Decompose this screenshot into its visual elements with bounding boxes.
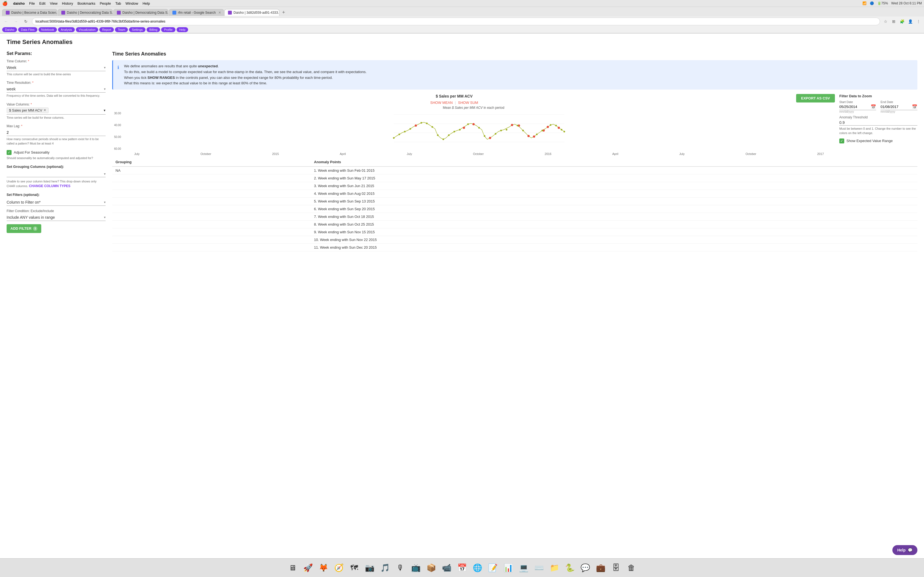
- tab-1[interactable]: Daisho | Become a Data Scien... ✕: [2, 9, 57, 16]
- table-cell-anomaly: 3. Week ending with Sun Jun 21 2015: [311, 182, 918, 190]
- time-resolution-value: week: [6, 87, 16, 91]
- extensions-icon[interactable]: 🧩: [899, 18, 905, 25]
- dock-word[interactable]: 📝: [486, 561, 499, 575]
- dock-photos[interactable]: 📷: [363, 561, 376, 575]
- dock-excel[interactable]: 📊: [502, 561, 515, 575]
- dock-appletv[interactable]: 📺: [409, 561, 422, 575]
- end-date-input[interactable]: [880, 105, 911, 109]
- svg-point-22: [437, 134, 439, 136]
- apple-menu[interactable]: 🍎: [2, 1, 8, 6]
- start-date-calendar-icon[interactable]: 📅: [871, 104, 876, 110]
- dock-slack[interactable]: 💼: [594, 561, 607, 575]
- menu-people[interactable]: People: [100, 2, 111, 5]
- svg-point-23: [443, 139, 444, 140]
- menu-edit[interactable]: Edit: [39, 2, 45, 5]
- browser-chrome: Daisho | Become a Data Scien... ✕ Daisho…: [0, 7, 924, 34]
- show-mean-button[interactable]: SHOW MEAN: [430, 101, 453, 105]
- table-cell-grouping: [112, 244, 311, 251]
- dock-pycharm[interactable]: 🐍: [563, 561, 577, 575]
- time-resolution-dropdown[interactable]: week ▾: [6, 86, 106, 93]
- grouping-dropdown[interactable]: ▾: [6, 171, 106, 177]
- end-date-calendar-icon[interactable]: 📅: [912, 104, 918, 110]
- toolbar-billing[interactable]: Billing: [147, 27, 160, 32]
- dock-firefox[interactable]: 🦊: [317, 561, 330, 575]
- value-columns-arrow[interactable]: ▾: [104, 108, 106, 112]
- tab-5[interactable]: Daisho | 3d82d559-ad91-4333... ✕: [225, 9, 279, 16]
- profile-icon[interactable]: 👤: [907, 18, 914, 25]
- bookmark-icon[interactable]: ☆: [882, 18, 889, 25]
- menu-bookmarks[interactable]: Bookmarks: [78, 2, 95, 5]
- tab-favicon-4: [173, 11, 176, 15]
- dock-trash[interactable]: 🗑: [625, 561, 638, 575]
- toolbar-help[interactable]: Help: [176, 27, 188, 32]
- dock-vscode[interactable]: 💻: [517, 561, 530, 575]
- svg-point-16: [399, 134, 400, 135]
- menu-chrome[interactable]: daisho: [13, 2, 25, 5]
- battery-icon: 🔋75%: [877, 2, 888, 5]
- dock-safari[interactable]: 🧭: [332, 561, 346, 575]
- threshold-label: Anomaly Threshold: [839, 115, 918, 119]
- column-filter-dropdown[interactable]: Column to Filter on * ▾: [6, 199, 106, 206]
- toolbar-team[interactable]: Team: [115, 27, 128, 32]
- tab-close-4[interactable]: ✕: [218, 11, 221, 15]
- chip-close[interactable]: ✕: [44, 108, 46, 112]
- tab-4[interactable]: rfm retail - Google Search ✕: [169, 9, 224, 16]
- menu-tab[interactable]: Tab: [115, 2, 121, 5]
- toolbar-notebook[interactable]: Notebook: [39, 27, 57, 32]
- show-range-checkbox[interactable]: [839, 139, 844, 143]
- value-column-chip: $ Sales per MM ACV ✕: [6, 108, 48, 113]
- dock-chrome[interactable]: 🌐: [471, 561, 484, 575]
- max-lag-input[interactable]: [6, 129, 106, 136]
- time-column-dropdown[interactable]: Week ▾: [6, 64, 106, 71]
- more-icon[interactable]: ⋮: [915, 18, 922, 25]
- dock-maps[interactable]: 🗺: [347, 561, 361, 575]
- toolbar-daisho[interactable]: Daisho: [2, 27, 17, 32]
- toolbar-report[interactable]: Report: [99, 27, 114, 32]
- start-date-input[interactable]: [839, 105, 869, 109]
- back-button[interactable]: ←: [2, 18, 10, 25]
- time-column-value: Week: [6, 65, 16, 70]
- dock-terminal[interactable]: ⌨️: [532, 561, 546, 575]
- dock-podcasts[interactable]: 🎙: [394, 561, 407, 575]
- dock-calendar[interactable]: 📅: [456, 561, 468, 575]
- dock-launchpad[interactable]: 🚀: [301, 561, 315, 575]
- toolbar-settings[interactable]: Settings: [129, 27, 145, 32]
- toolbar-visualization[interactable]: Visualization: [76, 27, 99, 32]
- menu-view[interactable]: View: [50, 2, 58, 5]
- filter-condition-dropdown[interactable]: Include ANY values in range ▾: [6, 214, 106, 221]
- change-column-types-link[interactable]: CHANGE COLUMN TYPES: [29, 184, 70, 188]
- menu-help[interactable]: Help: [142, 2, 150, 5]
- tab-3[interactable]: Daisho | Democratizing Data S... ✕: [113, 9, 168, 16]
- value-columns-label: Value Columns: *: [6, 103, 106, 106]
- help-button[interactable]: Help 💬: [892, 545, 918, 555]
- dock-music[interactable]: 🎵: [378, 561, 392, 575]
- dock-tableplus[interactable]: 🗄: [609, 561, 623, 575]
- new-tab-button[interactable]: +: [280, 8, 288, 16]
- url-input[interactable]: localhost:5000/data-files/3d82d559-ad91-…: [36, 19, 876, 23]
- add-filter-button[interactable]: ADD FILTER ℹ: [6, 224, 41, 233]
- toolbar-analysis[interactable]: Analysis: [58, 27, 75, 32]
- menu-file[interactable]: File: [29, 2, 35, 5]
- refresh-button[interactable]: ↻: [22, 18, 30, 25]
- dock-appcenter[interactable]: 📦: [425, 561, 438, 575]
- filters-label: Set Filters (optional):: [6, 193, 106, 197]
- export-csv-button[interactable]: EXPORT AS CSV: [796, 94, 835, 103]
- url-bar[interactable]: localhost:5000/data-files/3d82d559-ad91-…: [32, 18, 880, 25]
- forward-button[interactable]: →: [12, 18, 20, 25]
- svg-point-15: [393, 137, 395, 139]
- dock-whatsapp[interactable]: 💬: [578, 561, 592, 575]
- time-resolution-arrow: ▾: [104, 87, 106, 91]
- dock-finder[interactable]: 🖥: [286, 561, 299, 575]
- seasonality-row: Adjust For Seasonality: [6, 150, 106, 155]
- toolbar-datafiles[interactable]: Data Files: [18, 27, 37, 32]
- seasonality-checkbox[interactable]: [6, 150, 11, 155]
- toolbar-profile[interactable]: Profile: [161, 27, 175, 32]
- menu-history[interactable]: History: [62, 2, 73, 5]
- apps-icon[interactable]: ⊞: [890, 18, 897, 25]
- show-sum-button[interactable]: SHOW SUM: [458, 101, 478, 105]
- tab-2[interactable]: Daisho | Democratizing Data S... ✕: [58, 9, 113, 16]
- dock-finder2[interactable]: 📁: [548, 561, 561, 575]
- dock-facetime[interactable]: 📹: [440, 561, 453, 575]
- table-row: 6. Week ending with Sun Sep 20 2015: [112, 205, 918, 213]
- menu-window[interactable]: Window: [125, 2, 138, 5]
